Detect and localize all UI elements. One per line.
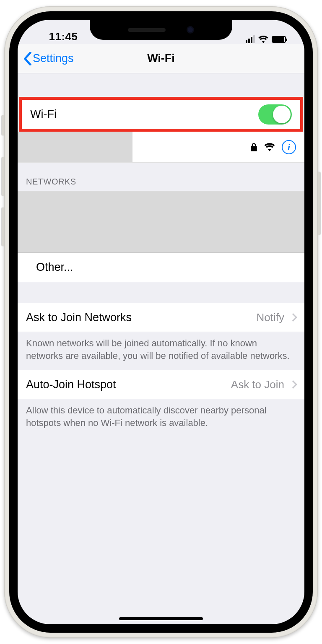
- wifi-toggle-row[interactable]: Wi-Fi: [22, 100, 300, 129]
- chevron-right-icon: [289, 380, 297, 389]
- ask-to-join-row[interactable]: Ask to Join Networks Notify: [18, 303, 304, 332]
- status-time: 11:45: [32, 30, 95, 43]
- screen: 11:45 Settings Wi-Fi: [18, 20, 304, 624]
- nav-bar: Settings Wi-Fi: [18, 44, 304, 73]
- connected-network-row[interactable]: i: [18, 132, 304, 163]
- lock-icon: [250, 143, 257, 152]
- networks-section-header: NETWORKS: [18, 163, 304, 191]
- auto-join-footer: Allow this device to automatically disco…: [18, 399, 304, 437]
- phone-frame: 11:45 Settings Wi-Fi: [4, 6, 318, 638]
- wifi-toggle[interactable]: [258, 104, 292, 125]
- wifi-status-icon: [258, 36, 268, 43]
- ask-to-join-value: Notify: [257, 311, 284, 324]
- annotation-highlight: Wi-Fi: [19, 97, 303, 132]
- notch: [90, 20, 232, 40]
- home-indicator[interactable]: [119, 617, 203, 620]
- auto-join-label: Auto-Join Hotspot: [26, 378, 231, 391]
- chevron-right-icon: [289, 313, 297, 322]
- redacted-network-list: [18, 191, 304, 253]
- cellular-signal-icon: [246, 35, 255, 43]
- ask-to-join-label: Ask to Join Networks: [26, 311, 257, 324]
- back-button[interactable]: Settings: [18, 52, 74, 65]
- wifi-toggle-label: Wi-Fi: [30, 108, 258, 121]
- redacted-network-name: [18, 132, 132, 162]
- back-label: Settings: [33, 52, 74, 65]
- chevron-left-icon: [23, 52, 32, 65]
- auto-join-value: Ask to Join: [231, 378, 284, 391]
- wifi-signal-icon: [264, 143, 275, 151]
- info-icon[interactable]: i: [282, 140, 296, 154]
- other-network-row[interactable]: Other...: [18, 253, 304, 282]
- ask-to-join-footer: Known networks will be joined automatica…: [18, 332, 304, 370]
- other-label: Other...: [36, 261, 73, 274]
- auto-join-hotspot-row[interactable]: Auto-Join Hotspot Ask to Join: [18, 370, 304, 399]
- battery-icon: [272, 36, 286, 43]
